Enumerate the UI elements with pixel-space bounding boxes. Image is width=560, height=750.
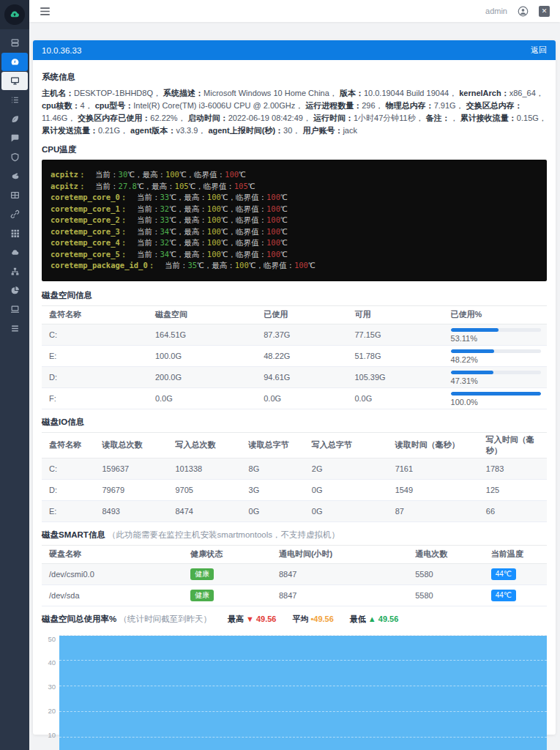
system-info-pair: 物理总内存7.91G	[386, 101, 464, 110]
cpu-temp-line: coretemp_core_5： 当前：34℃，最高：100℃，临界值：100℃	[51, 249, 538, 261]
usage-progress: 47.31%	[444, 367, 547, 387]
sidebar-item-laptop[interactable]	[1, 300, 28, 319]
sidebar-item-server[interactable]	[1, 34, 28, 52]
sidebar-item-leaf[interactable]	[1, 110, 28, 128]
smart-table: 硬盘名称 健康状态 通电时间(小时) 通电次数 当前温度 /dev/csmi0.…	[42, 545, 547, 606]
smart-subtitle: （此功能需要在监控主机安装smartmontools，不支持虚拟机）	[108, 530, 340, 539]
comment-icon	[10, 133, 20, 143]
chart-plot-column: 2022-06-202022-06-212022-06-222022-06-23	[59, 635, 547, 750]
cpu-temp-line: coretemp_core_1： 当前：32℃，最高：100℃，临界值：100℃	[51, 204, 538, 215]
disk-space-header-row: 盘符名称 磁盘空间 已使用 可用 已使用%	[42, 306, 547, 324]
avatar-icon[interactable]	[518, 6, 529, 17]
system-info-title: 系统信息	[42, 72, 547, 83]
usage-progress: 100.0%	[444, 388, 547, 408]
cpu-temp-line: coretemp_core_0： 当前：33℃，最高：100℃，临界值：100℃	[51, 192, 538, 204]
system-info-pair: 累计发送流量0.21G	[42, 126, 128, 135]
temperature-badge: 44℃	[491, 568, 516, 580]
smart-row: /dev/sda 健康 8847 5580 44℃	[42, 585, 547, 606]
system-info-pair: 启动时间2022-06-19 08:42:49	[188, 114, 311, 122]
system-info-pair: 系统描述Microsoft Windows 10 Home China	[163, 89, 337, 97]
cpu-temp-line: coretemp_core_4： 当前：32℃，最高：100℃，临界值：100℃	[51, 237, 538, 249]
usage-progress-fill	[451, 371, 493, 374]
disk-io-header-row: 盘符名称 读取总次数 写入总次数 读取总字节 写入总字节 读取时间（毫秒） 写入…	[42, 433, 547, 458]
system-info-pair: 用户账号jack	[302, 126, 357, 135]
sidebar-item-comment[interactable]	[1, 129, 28, 147]
usage-progress: 48.22%	[444, 346, 547, 365]
system-info-pair: 版本10.0.19044 Build 19044	[340, 89, 457, 97]
system-info-pair: kernelArchx86_64	[459, 89, 544, 97]
y-tick-label: 10	[48, 731, 56, 739]
page-content: 10.0.36.33 返回 系统信息 主机名DESKTOP-1BHHD8Q 系统…	[29, 22, 560, 750]
sidebar-item-monitor[interactable]	[1, 72, 28, 90]
topbar: admin ✕	[29, 0, 560, 22]
leaf-icon	[10, 114, 20, 124]
gridline-50	[59, 635, 547, 636]
system-info-pair: 运行进程数量296	[305, 101, 383, 110]
server-icon	[10, 38, 20, 48]
stat-max-value: ▼ 49.56	[246, 615, 276, 623]
sidebar-item-table[interactable]	[1, 186, 28, 204]
disk-space-title: 磁盘空间信息	[42, 290, 547, 301]
topbar-right: admin ✕	[485, 6, 550, 17]
usage-progress-fill	[451, 392, 541, 396]
system-info-pair: cpu核数4	[42, 101, 93, 110]
disk-io-table: 盘符名称 读取总次数 写入总次数 读取总字节 写入总字节 读取时间（毫秒） 写入…	[42, 432, 547, 522]
stat-avg: 平均•49.56	[292, 614, 333, 625]
stat-min: 最低▲ 49.56	[350, 614, 398, 625]
chart-plot-area	[59, 635, 547, 750]
y-tick-label: 30	[48, 683, 56, 691]
system-info-pair: 备注	[426, 114, 458, 122]
sidebar-item-dashboard[interactable]	[1, 53, 28, 71]
sidebar-item-pie[interactable]	[1, 281, 28, 300]
health-badge: 健康	[190, 590, 214, 601]
bars-icon	[10, 324, 20, 333]
grid-icon	[10, 229, 20, 238]
pie-icon	[10, 286, 20, 295]
sidebar-item-hand[interactable]	[1, 167, 28, 185]
host-ip-title: 10.0.36.33	[42, 46, 81, 55]
card-header: 10.0.36.33 返回	[33, 40, 556, 60]
disk-io-title: 磁盘IO信息	[42, 417, 547, 428]
smart-title: 磁盘SMART信息 （此功能需要在监控主机安装smartmontools，不支持…	[42, 530, 547, 541]
cpu-temp-line: acpitz： 当前：27.8℃，最高：105℃，临界值：105℃	[51, 181, 538, 193]
chart-y-axis: 50403020100	[42, 635, 59, 750]
system-info-pair: 交换区内存已使用62.22%	[78, 114, 185, 122]
back-button[interactable]: 返回	[531, 45, 547, 56]
sidebar-menu	[1, 34, 28, 338]
smart-row: /dev/csmi0.0 健康 8847 5580 44℃	[42, 564, 547, 585]
gridline-10	[59, 737, 547, 738]
y-tick-label: 40	[48, 658, 56, 667]
chart-area-fill	[59, 636, 547, 750]
disk-space-row: E: 100.0G 48.22G 51.78G 48.22%	[42, 346, 547, 367]
system-info-pair: 累计接收流量0.15G	[460, 114, 547, 122]
system-info-text: 主机名DESKTOP-1BHHD8Q 系统描述Microsoft Windows…	[42, 87, 547, 137]
stat-avg-value: •49.56	[310, 615, 333, 623]
sidebar-item-grid[interactable]	[1, 224, 28, 242]
cpu-temp-title: CPU温度	[42, 144, 547, 155]
disk-usage-chart[interactable]: 50403020100 2022-06-202022-06-212	[42, 635, 547, 750]
disk-io-row: C: 159637 101338 8G 2G 7161 1783	[42, 458, 547, 480]
hamburger-icon[interactable]	[40, 7, 51, 16]
sidebar-item-sitemap[interactable]	[1, 262, 28, 281]
sidebar-item-bars[interactable]	[1, 319, 28, 338]
sidebar-item-list[interactable]	[1, 91, 28, 109]
sitemap-icon	[10, 267, 20, 276]
sidebar-item-cloud[interactable]	[1, 243, 28, 261]
disk-space-row: D: 200.0G 94.61G 105.39G 47.31%	[42, 367, 547, 388]
app-logo[interactable]	[0, 0, 29, 29]
cloud-icon	[10, 248, 20, 257]
sidebar-item-link[interactable]	[1, 205, 28, 223]
card-body: 系统信息 主机名DESKTOP-1BHHD8Q 系统描述Microsoft Wi…	[33, 60, 556, 750]
disk-io-row: E: 8493 8474 0G 0G 87 66	[42, 501, 547, 522]
sidebar-item-shield[interactable]	[1, 148, 28, 166]
y-tick-label: 20	[48, 707, 56, 715]
username-label[interactable]: admin	[485, 7, 507, 15]
smart-header-row: 硬盘名称 健康状态 通电时间(小时) 通电次数 当前温度	[42, 546, 547, 564]
link-icon	[10, 209, 20, 219]
stat-min-value: ▲ 49.56	[368, 615, 398, 623]
close-icon[interactable]: ✕	[539, 6, 550, 17]
main-area: admin ✕ 10.0.36.33 返回 系统信息 主机名DESKTOP-1B…	[29, 0, 560, 750]
cpu-temp-terminal: acpitz： 当前：30℃，最高：100℃，临界值：100℃ acpitz： …	[42, 160, 547, 281]
host-detail-card: 10.0.36.33 返回 系统信息 主机名DESKTOP-1BHHD8Q 系统…	[33, 40, 556, 735]
laptop-icon	[10, 305, 20, 314]
